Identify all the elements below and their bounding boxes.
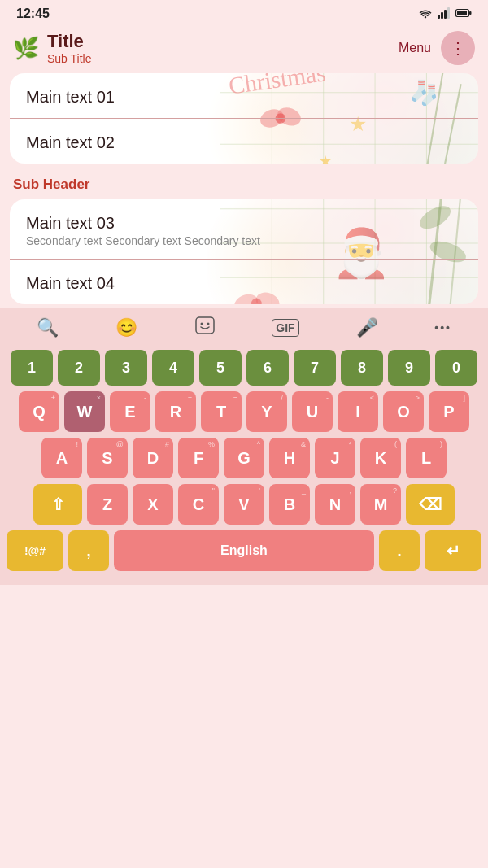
first-card-container: Christmas ★ 🧦 Main text 01 Main text 02 …: [0, 73, 488, 164]
key-u[interactable]: -U: [292, 391, 333, 432]
comma-key[interactable]: ,: [68, 530, 109, 571]
wifi-icon: [418, 7, 433, 21]
signal-icon: [438, 7, 451, 21]
section-header-text: Sub Header: [13, 177, 89, 192]
key-e[interactable]: -E: [110, 391, 150, 432]
key-0[interactable]: 0: [435, 350, 477, 386]
key-r[interactable]: ÷R: [155, 391, 196, 432]
list-item-1[interactable]: Main text 01: [10, 73, 478, 118]
app-title: Title: [47, 31, 91, 52]
key-4[interactable]: 4: [152, 350, 194, 386]
shift-key[interactable]: ⇧: [33, 484, 82, 525]
second-card-container: 🎅 Main text 03 Secondary text Secondary …: [0, 199, 488, 304]
svg-rect-2: [444, 10, 447, 19]
status-bar: 12:45: [0, 0, 488, 24]
key-l[interactable]: )L: [406, 438, 447, 478]
key-2[interactable]: 2: [58, 350, 100, 386]
key-f[interactable]: %F: [178, 438, 219, 478]
search-toolbar-icon[interactable]: 🔍: [37, 317, 59, 338]
key-9[interactable]: 9: [388, 350, 430, 386]
key-7[interactable]: 7: [294, 350, 336, 386]
main-text-1: Main text 01: [26, 88, 462, 107]
asdf-row: !A @S #D %F ^G &H *J (K )L: [7, 438, 481, 478]
key-n[interactable]: ,N: [315, 484, 355, 525]
header-right: Menu ⋮: [399, 31, 475, 65]
mic-toolbar-icon[interactable]: 🎤: [356, 317, 378, 338]
enter-key[interactable]: ↵: [425, 530, 481, 571]
app-header: 🌿 Title Sub Title Menu ⋮: [0, 24, 488, 73]
key-p[interactable]: ]P: [429, 391, 469, 432]
key-6[interactable]: 6: [246, 350, 289, 386]
header-app-icon: 🌿: [13, 36, 39, 61]
header-left: 🌿 Title Sub Title: [13, 31, 91, 65]
key-h[interactable]: &H: [269, 438, 310, 478]
space-key[interactable]: English: [114, 530, 374, 571]
battery-icon: [455, 8, 472, 20]
svg-rect-0: [438, 15, 440, 19]
key-1[interactable]: 1: [11, 350, 53, 386]
menu-dots-button[interactable]: ⋮: [441, 31, 475, 65]
key-v[interactable]: 'V: [224, 484, 264, 525]
app-subtitle: Sub Title: [47, 52, 91, 65]
header-titles: Title Sub Title: [47, 31, 91, 65]
key-m[interactable]: ?M: [360, 484, 401, 525]
delete-key[interactable]: ⌫: [406, 484, 455, 525]
main-text-2: Main text 02: [26, 133, 462, 152]
secondary-text-3: Secondary text Secondary text Secondary …: [26, 234, 462, 247]
key-8[interactable]: 8: [341, 350, 383, 386]
key-c[interactable]: "C: [178, 484, 219, 525]
key-3[interactable]: 3: [105, 350, 147, 386]
key-b[interactable]: _B: [269, 484, 310, 525]
key-d[interactable]: #D: [133, 438, 173, 478]
first-card: Christmas ★ 🧦 Main text 01 Main text 02 …: [10, 73, 478, 164]
main-text-3: Main text 03: [26, 214, 462, 233]
key-w[interactable]: ×W: [64, 391, 105, 432]
status-icons: [418, 7, 472, 21]
key-5[interactable]: 5: [199, 350, 242, 386]
list-item-4[interactable]: Main text 04: [10, 259, 478, 304]
key-t[interactable]: =T: [201, 391, 242, 432]
status-time: 12:45: [16, 7, 50, 21]
key-j[interactable]: *J: [315, 438, 355, 478]
sticker-toolbar-icon[interactable]: [194, 316, 216, 340]
key-o[interactable]: >O: [383, 391, 424, 432]
key-a[interactable]: !A: [41, 438, 82, 478]
key-s[interactable]: @S: [87, 438, 128, 478]
svg-rect-3: [447, 7, 450, 19]
key-i[interactable]: <I: [338, 391, 378, 432]
more-toolbar-icon[interactable]: •••: [434, 321, 451, 334]
main-text-4: Main text 04: [26, 274, 462, 293]
symbols-key[interactable]: !@#: [7, 530, 63, 571]
list-item-3[interactable]: Main text 03 Secondary text Secondary te…: [10, 199, 478, 259]
qwerty-row: +Q ×W -E ÷R =T /Y -U <I >O ]P: [7, 391, 481, 432]
period-key[interactable]: .: [379, 530, 420, 571]
key-z[interactable]: Z: [87, 484, 128, 525]
list-item-2[interactable]: Main text 02 ★: [10, 118, 478, 164]
key-k[interactable]: (K: [360, 438, 401, 478]
zxcv-row: ⇧ Z X "C 'V _B ,N ?M ⌫: [7, 484, 481, 525]
svg-rect-1: [441, 12, 443, 19]
keyboard: 1 2 3 4 5 6 7 8 9 0 +Q ×W -E ÷R =T /Y -U…: [0, 345, 488, 585]
star-deco: ★: [319, 152, 332, 164]
second-card: 🎅 Main text 03 Secondary text Secondary …: [10, 199, 478, 304]
svg-point-38: [200, 323, 203, 325]
keyboard-toolbar: 🔍 😊 GIF 🎤 •••: [0, 308, 488, 345]
menu-label[interactable]: Menu: [399, 41, 431, 55]
number-row: 1 2 3 4 5 6 7 8 9 0: [7, 350, 481, 386]
menu-dots-icon: ⋮: [450, 40, 467, 56]
bottom-row: !@# , English . ↵: [7, 530, 481, 571]
svg-rect-6: [469, 11, 472, 15]
gif-toolbar-icon[interactable]: GIF: [272, 319, 298, 337]
key-q[interactable]: +Q: [19, 391, 59, 432]
key-x[interactable]: X: [133, 484, 173, 525]
svg-rect-37: [196, 317, 214, 334]
section-header: Sub Header: [0, 167, 488, 199]
svg-point-39: [207, 323, 209, 325]
key-g[interactable]: ^G: [224, 438, 264, 478]
key-y[interactable]: /Y: [246, 391, 287, 432]
svg-rect-5: [457, 11, 467, 15]
emoji-toolbar-icon[interactable]: 😊: [115, 317, 137, 338]
